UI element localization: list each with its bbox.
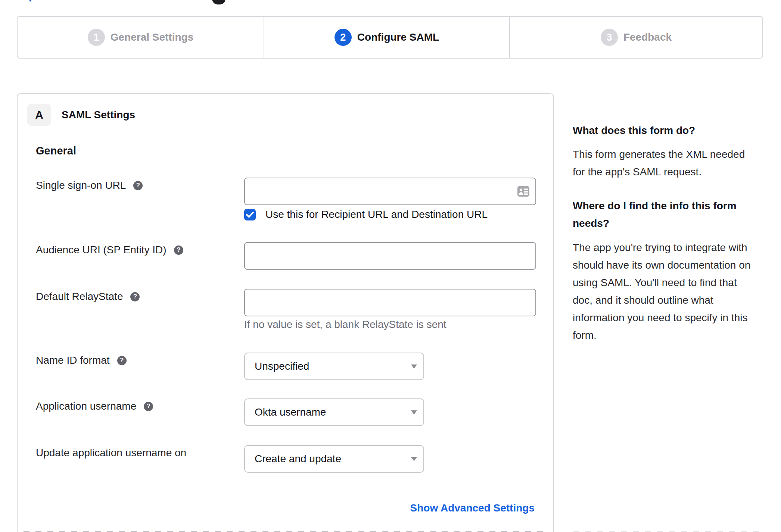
audience-uri-label-wrap: Audience URI (SP Entity ID) ? <box>36 244 183 256</box>
step-1-number: 1 <box>93 32 99 43</box>
page-title-descender <box>212 0 225 4</box>
app-username-caret-icon <box>411 410 417 414</box>
relay-state-help-icon[interactable]: ? <box>130 292 140 301</box>
sso-url-checkbox-row: Use this for Recipient URL and Destinati… <box>244 209 488 220</box>
update-app-username-select[interactable]: Create and update <box>244 445 424 473</box>
field-row-update-app-username: Update application username on Create an… <box>36 445 536 473</box>
step-configure-saml[interactable]: 2 Configure SAML <box>264 17 509 58</box>
help-sidebar: What does this form do? This form genera… <box>573 122 764 344</box>
sso-url-control <box>244 178 536 205</box>
update-app-username-value: Create and update <box>255 453 341 465</box>
app-username-label-wrap: Application username ? <box>36 401 153 412</box>
relay-state-control: If no value is set, a blank RelayState i… <box>244 289 536 316</box>
sidebar-body-1: This form generates the XML needed for t… <box>573 145 764 181</box>
recipient-url-checkbox-label: Use this for Recipient URL and Destinati… <box>265 209 488 220</box>
update-app-username-caret-icon <box>411 457 417 461</box>
sso-url-label-wrap: Single sign-on URL ? <box>36 180 143 191</box>
update-app-username-label-wrap: Update application username on <box>36 447 186 459</box>
audience-uri-control <box>244 242 536 270</box>
wizard-stepper: 1 General Settings 2 Configure SAML 3 Fe… <box>17 16 763 59</box>
app-username-label: Application username <box>36 401 136 412</box>
sso-url-help-icon[interactable]: ? <box>133 181 143 190</box>
sidebar-body-2: The app you're trying to integrate with … <box>573 239 764 344</box>
sidebar-heading-1: What does this form do? <box>573 122 764 139</box>
step-2-number: 2 <box>340 32 346 43</box>
step-feedback[interactable]: 3 Feedback <box>509 17 762 58</box>
step-2-label: Configure SAML <box>357 31 439 43</box>
step-general-settings[interactable]: 1 General Settings <box>18 17 264 58</box>
name-id-format-select[interactable]: Unspecified <box>244 353 424 380</box>
audience-uri-label: Audience URI (SP Entity ID) <box>36 244 167 256</box>
relay-state-label-wrap: Default RelayState ? <box>36 291 140 302</box>
app-username-help-icon[interactable]: ? <box>144 402 153 411</box>
section-letter: A <box>35 109 43 121</box>
name-id-format-label-wrap: Name ID format ? <box>36 355 127 366</box>
section-title: SAML Settings <box>62 109 135 121</box>
name-id-format-control: Unspecified <box>244 353 424 380</box>
relay-state-input[interactable] <box>244 289 536 316</box>
field-row-audience-uri: Audience URI (SP Entity ID) ? <box>36 242 536 270</box>
name-id-format-caret-icon <box>411 364 417 369</box>
audience-uri-help-icon[interactable]: ? <box>174 245 183 255</box>
step-2-circle: 2 <box>335 29 352 46</box>
app-username-control: Okta username <box>244 398 424 426</box>
step-3-number: 3 <box>606 32 612 43</box>
contact-card-icon[interactable] <box>517 186 529 197</box>
name-id-format-help-icon[interactable]: ? <box>117 356 127 365</box>
recipient-url-checkbox[interactable] <box>244 209 256 220</box>
step-1-label: General Settings <box>111 31 194 43</box>
sidebar-heading-2: Where do I find the info this form needs… <box>573 197 764 232</box>
saml-settings-panel: A SAML Settings General Single sign-on U… <box>17 93 554 532</box>
step-3-circle: 3 <box>601 29 618 46</box>
field-row-app-username: Application username ? Okta username <box>36 398 536 426</box>
update-app-username-control: Create and update <box>244 445 424 473</box>
panel-header: A SAML Settings <box>27 104 135 126</box>
update-app-username-label: Update application username on <box>36 447 186 459</box>
group-heading: General <box>36 145 76 157</box>
app-username-select[interactable]: Okta username <box>244 398 424 426</box>
relay-state-helper: If no value is set, a blank RelayState i… <box>244 319 446 331</box>
back-link-descender <box>29 0 31 1</box>
field-row-relay-state: Default RelayState ? If no value is set,… <box>36 289 536 334</box>
name-id-format-label: Name ID format <box>36 355 110 366</box>
show-advanced-settings-link[interactable]: Show Advanced Settings <box>410 502 535 514</box>
step-3-label: Feedback <box>623 31 672 43</box>
section-badge: A <box>27 104 51 126</box>
step-1-circle: 1 <box>88 29 105 46</box>
app-username-value: Okta username <box>255 406 326 418</box>
field-row-name-id-format: Name ID format ? Unspecified <box>36 353 536 380</box>
field-row-sso-url: Single sign-on URL ? Use this for Recipi… <box>36 178 536 221</box>
sso-url-label: Single sign-on URL <box>36 180 126 191</box>
audience-uri-input[interactable] <box>244 242 536 270</box>
relay-state-label: Default RelayState <box>36 291 123 302</box>
name-id-format-value: Unspecified <box>255 360 309 372</box>
sso-url-input[interactable] <box>244 178 536 205</box>
